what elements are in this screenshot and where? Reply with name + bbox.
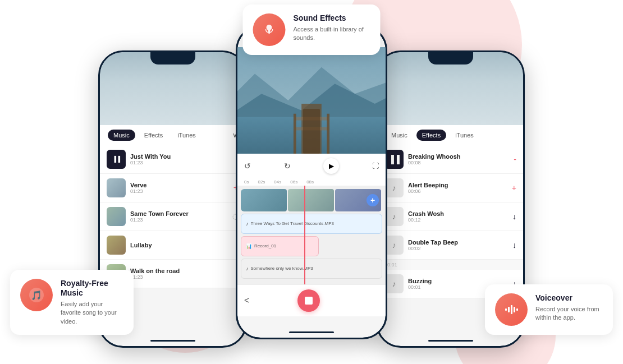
center-timeline-ruler: 0s 02s 04s 06s 08s [237,178,386,186]
ruler-0: 0s [244,179,249,185]
effect-item-1: ▐▐ Breaking Whoosh 00:08 - [378,145,523,174]
music-info-2: Verve 01:23 [130,182,229,194]
effect-title-3: Crash Wosh [408,210,508,217]
track-music-icon-1: ♪ [246,221,249,227]
center-phone-screen: < ⏱ ◎ ⬇ [237,27,386,338]
svg-text:🎵: 🎵 [31,290,42,301]
left-phone-notch [150,52,195,64]
music-thumb-4 [107,236,126,255]
video-strip: + [241,189,382,211]
effect-duration-2: 00:06 [408,188,507,194]
effect-icon-1: ▐▐ [384,150,404,169]
music-thumb-3 [107,207,126,226]
left-tab-itunes[interactable]: iTunes [172,130,201,141]
music-thumb-1: ▐▐ [107,150,126,169]
effect-action-2[interactable]: + [512,183,516,192]
svg-rect-4 [301,103,322,153]
center-undo-btn[interactable]: ↺ [244,162,251,171]
mic-icon-svg [262,22,277,38]
track-music-1: ♪ Three Ways To Get Travel Discounts.MP3 [241,214,382,234]
feature-icon-music: 🎵 [20,279,53,311]
center-play-btn[interactable]: ▶ [323,158,339,174]
waveform-icon-svg [503,302,519,317]
ruler-2: 04s [274,179,281,185]
center-redo-btn[interactable]: ↻ [284,162,291,171]
music-duration-5: 01:23 [130,274,231,280]
right-tab-bar: Music Effects iTunes [378,125,523,145]
page-container: Music Effects iTunes ∨ ▐▐ Just With You … [0,0,623,364]
effect-info-2: Alert Beeping 00:06 [408,182,507,194]
right-phone-notch [428,52,473,64]
center-phone: < ⏱ ◎ ⬇ [236,25,387,339]
svg-rect-7 [294,113,296,153]
effect-separator: 00:01 [378,260,523,270]
music-info-4: Lullaby [130,242,231,248]
feature-desc-voiceover: Record your voice from within the app. [535,305,603,322]
svg-rect-14 [505,308,507,311]
feature-icon-sound [253,13,286,46]
effect-item-3: ♪ Crash Wosh 00:12 ↓ [378,202,523,231]
music-item-1: ▐▐ Just With You 01:23 - [100,145,245,174]
effect-icon-5: ♪ [384,274,404,293]
right-effects-list: ▐▐ Breaking Whoosh 00:08 - ♪ Alert Beepi… [378,145,523,298]
center-record-bar: < [237,284,386,316]
effect-icon-2: ♪ [384,178,404,197]
svg-rect-15 [508,307,510,312]
effect-icon-3: ♪ [384,207,404,226]
music-duration-1: 01:23 [130,160,231,165]
feature-title-voiceover: Voiceover [535,293,603,303]
effect-action-3[interactable]: ↓ [512,212,516,221]
svg-rect-5 [295,117,328,120]
right-tab-effects[interactable]: Effects [416,130,446,141]
track-music-2: ♪ Somewhere only we know.MP3 [241,259,382,279]
track-add-btn[interactable]: + [367,194,379,206]
effect-duration-3: 00:12 [408,217,508,223]
music-title-3: Same Town Forever [130,210,228,217]
feature-desc-sound: Access a built-in library of sounds. [294,25,370,43]
feature-desc-music: Easily add your favorite song to your vi… [61,300,123,326]
ruler-3: 06s [290,179,297,185]
feature-title-music: Royalty-Free Music [61,279,123,298]
svg-point-11 [267,25,272,30]
feature-text-voiceover: Voiceover Record your voice from within … [535,293,603,322]
music-item-2: Verve 01:23 + [100,174,245,202]
effect-item-4: ♪ Double Tap Beep 00:02 ↓ [378,231,523,260]
music-thumb-2 [107,178,126,197]
center-timeline-controls: ↺ ↻ ▶ ⛶ [237,154,386,178]
right-tab-music[interactable]: Music [386,130,413,141]
feature-card-sound-effects: Sound Effects Access a built-in library … [243,4,381,55]
left-tab-effects[interactable]: Effects [139,130,168,141]
feature-text-sound: Sound Effects Access a built-in library … [294,13,370,43]
left-tab-music[interactable]: Music [108,130,135,141]
svg-rect-3 [237,117,386,153]
feature-text-music: Royalty-Free Music Easily add your favor… [61,279,123,326]
right-tab-itunes[interactable]: iTunes [450,130,479,141]
back-nav-btn[interactable]: < [244,296,249,306]
left-phone-home-bar [150,340,195,342]
feature-card-music: 🎵 Royalty-Free Music Easily add your fav… [10,270,134,335]
center-expand-btn[interactable]: ⛶ [372,162,379,170]
svg-rect-18 [516,308,518,311]
effect-action-1[interactable]: - [514,155,516,164]
effect-action-4[interactable]: ↓ [512,241,516,250]
svg-rect-13 [269,33,270,34]
music-title-4: Lullaby [130,242,231,248]
feature-icon-voiceover [495,293,528,326]
record-button[interactable] [297,289,320,312]
effect-duration-4: 00:02 [408,246,508,251]
left-tab-bar: Music Effects iTunes ∨ [100,125,245,145]
track-music-icon-2: ♪ [246,266,249,271]
effect-title-1: Breaking Whoosh [408,153,509,160]
effect-duration-1: 00:08 [408,160,509,165]
center-timeline-tracks: + ♪ Three Ways To Get Travel Discounts.M… [237,186,386,284]
music-title-2: Verve [130,182,229,188]
music-title-1: Just With You [130,153,231,160]
svg-rect-6 [295,127,328,130]
track-record-label: Record_01 [254,243,276,248]
center-scene-svg [237,47,386,154]
effect-title-2: Alert Beeping [408,182,507,188]
left-music-list: ▐▐ Just With You 01:23 - Verve 01:23 + [100,145,245,288]
effect-title-4: Double Tap Beep [408,239,508,246]
music-item-3: Same Town Forever 01:23 ◌ [100,202,245,231]
feature-title-sound: Sound Effects [294,13,370,23]
